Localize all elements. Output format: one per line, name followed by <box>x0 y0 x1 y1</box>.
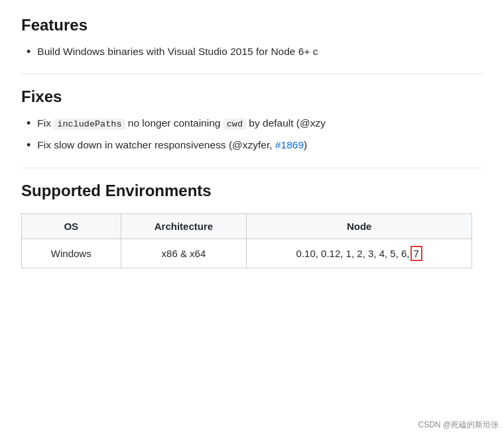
features-item-1: Build Windows binaries with Visual Studi… <box>27 44 483 60</box>
issue-1869-link[interactable]: #1869 <box>275 139 304 150</box>
divider-1 <box>21 74 483 74</box>
fixes-list: Fix includePaths no longer containing cw… <box>21 115 483 154</box>
includepaths-code: includePaths <box>54 119 125 130</box>
fixes-item-2: Fix slow down in watcher responsiveness … <box>27 137 483 154</box>
fixes-section: Fixes Fix includePaths no longer contain… <box>21 87 483 154</box>
supported-environments-heading: Supported Environments <box>21 182 483 200</box>
fixes-item-1-content: Fix includePaths no longer containing cw… <box>37 115 326 132</box>
cwd-code: cwd <box>223 119 246 130</box>
page-container: Features Build Windows binaries with Vis… <box>0 0 504 436</box>
features-section: Features Build Windows binaries with Vis… <box>21 16 483 60</box>
cell-architecture: x86 & x64 <box>121 239 247 268</box>
supported-environments-section: Supported Environments OS Architecture N… <box>21 182 483 268</box>
environments-table-wrapper: OS Architecture Node Windows x86 & x64 0… <box>21 213 483 268</box>
features-heading: Features <box>21 16 483 34</box>
table-header-row: OS Architecture Node <box>22 213 472 239</box>
table-row: Windows x86 & x64 0.10, 0.12, 1, 2, 3, 4… <box>22 239 472 268</box>
environments-table: OS Architecture Node Windows x86 & x64 0… <box>21 213 472 268</box>
col-header-architecture: Architecture <box>121 213 247 239</box>
features-item-1-text: Build Windows binaries with Visual Studi… <box>37 44 318 60</box>
node-highlighted-value: 7 <box>410 246 422 261</box>
table-head: OS Architecture Node <box>22 213 472 239</box>
fixes-item-1: Fix includePaths no longer containing cw… <box>27 115 483 132</box>
cell-node: 0.10, 0.12, 1, 2, 3, 4, 5, 6,7 <box>247 239 472 268</box>
col-header-os: OS <box>22 213 121 239</box>
divider-2 <box>21 168 483 168</box>
features-list: Build Windows binaries with Visual Studi… <box>21 44 483 60</box>
watermark: CSDN @死磕的斯坦张 <box>418 419 499 431</box>
cell-os: Windows <box>22 239 121 268</box>
table-body: Windows x86 & x64 0.10, 0.12, 1, 2, 3, 4… <box>22 239 472 268</box>
col-header-node: Node <box>247 213 472 239</box>
fixes-item-2-content: Fix slow down in watcher responsiveness … <box>37 137 307 154</box>
fixes-heading: Fixes <box>21 87 483 106</box>
